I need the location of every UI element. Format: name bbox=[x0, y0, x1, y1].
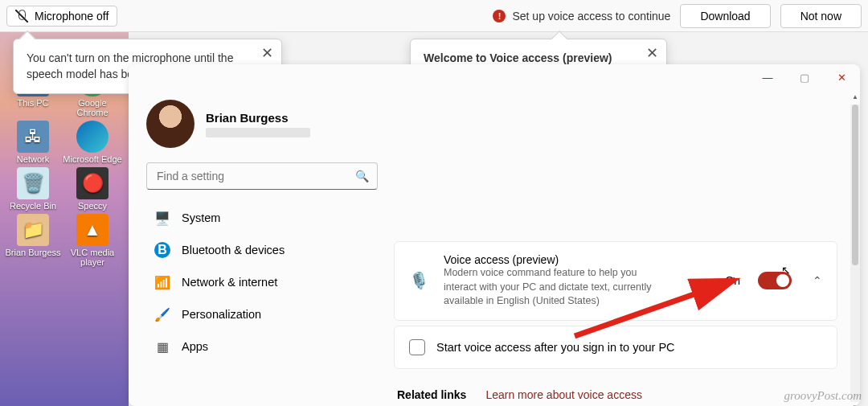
error-icon: ! bbox=[493, 10, 506, 23]
account-header[interactable]: Brian Burgess bbox=[146, 100, 378, 148]
autostart-card[interactable]: Start voice access after you sign in to … bbox=[394, 326, 837, 369]
search-input[interactable] bbox=[155, 169, 355, 183]
mic-status-chip[interactable]: Microphone off bbox=[6, 6, 117, 27]
minimize-button[interactable]: — bbox=[749, 64, 786, 90]
desktop-icon-speccy[interactable]: 🔴Speccy bbox=[63, 167, 122, 211]
link-learn-more-voice-access[interactable]: Learn more about voice access bbox=[485, 388, 642, 401]
mic-status-label: Microphone off bbox=[35, 10, 108, 23]
sidebar-item-bluetooth-devices[interactable]: BBluetooth & devices bbox=[146, 235, 378, 265]
related-links-row: Related links Learn more about voice acc… bbox=[394, 377, 837, 407]
voice-access-toggle[interactable] bbox=[758, 272, 792, 289]
autostart-label: Start voice access after you sign in to … bbox=[436, 341, 675, 354]
banner-text: Set up voice access to continue bbox=[512, 10, 670, 23]
microphone-off-icon bbox=[15, 10, 28, 23]
related-links-label: Related links bbox=[397, 388, 466, 401]
account-email-redacted bbox=[206, 128, 310, 137]
close-window-button[interactable]: ✕ bbox=[823, 64, 860, 90]
close-icon[interactable]: ✕ bbox=[646, 46, 658, 60]
nav-icon: 🖌️ bbox=[154, 306, 170, 322]
voice-access-title: Voice access (preview) bbox=[444, 253, 710, 266]
nav-icon: 📶 bbox=[154, 274, 170, 290]
avatar bbox=[146, 100, 194, 148]
nav-label: Bluetooth & devices bbox=[182, 244, 285, 256]
nav-icon: ▦ bbox=[154, 338, 170, 355]
settings-sidebar: Brian Burgess 🔍 🖥️SystemBBluetooth & dev… bbox=[129, 92, 394, 406]
account-name: Brian Burgess bbox=[206, 111, 310, 125]
sidebar-item-system[interactable]: 🖥️System bbox=[146, 203, 378, 233]
toggle-state-label: On bbox=[725, 274, 740, 287]
voice-access-card[interactable]: 🎙️ Voice access (preview) Modern voice c… bbox=[394, 241, 837, 321]
search-box[interactable]: 🔍 bbox=[146, 162, 378, 190]
maximize-button[interactable]: ▢ bbox=[786, 64, 823, 90]
not-now-button[interactable]: Not now bbox=[780, 4, 862, 28]
chevron-up-icon[interactable]: ⌃ bbox=[813, 274, 822, 287]
voice-access-desc: Modern voice command feature to help you… bbox=[444, 266, 661, 309]
desktop-icon-vlc[interactable]: ▲VLC media player bbox=[63, 214, 122, 267]
window-controls: — ▢ ✕ bbox=[749, 64, 860, 90]
sidebar-item-network-internet[interactable]: 📶Network & internet bbox=[146, 267, 378, 297]
settings-nav: 🖥️SystemBBluetooth & devices📶Network & i… bbox=[146, 203, 378, 362]
close-icon[interactable]: ✕ bbox=[261, 46, 273, 60]
setup-banner: ! Set up voice access to continue bbox=[493, 10, 670, 23]
settings-window: — ▢ ✕ ▲ ▼ Brian Burgess 🔍 🖥️SystemBBluet… bbox=[129, 64, 860, 406]
search-icon: 🔍 bbox=[355, 170, 369, 182]
voice-access-topbar: Microphone off ! Set up voice access to … bbox=[0, 0, 868, 32]
settings-main-panel: 🎙️ Voice access (preview) Modern voice c… bbox=[394, 92, 860, 406]
nav-label: System bbox=[182, 211, 220, 224]
desktop-icon-network[interactable]: 🖧Network bbox=[3, 121, 63, 164]
nav-label: Apps bbox=[182, 340, 208, 353]
nav-icon: 🖥️ bbox=[154, 210, 170, 226]
autostart-checkbox[interactable] bbox=[409, 339, 425, 355]
nav-icon: B bbox=[154, 242, 170, 258]
voice-access-icon: 🎙️ bbox=[409, 271, 429, 290]
watermark: groovyPost.com bbox=[784, 389, 862, 403]
desktop-icon-user-folder[interactable]: 📁Brian Burgess bbox=[3, 214, 63, 267]
sidebar-item-apps[interactable]: ▦Apps bbox=[146, 331, 378, 362]
nav-label: Personalization bbox=[182, 308, 261, 321]
desktop-icon-recycle-bin[interactable]: 🗑️Recycle Bin bbox=[3, 167, 63, 211]
download-button[interactable]: Download bbox=[680, 4, 770, 28]
nav-label: Network & internet bbox=[182, 276, 277, 289]
desktop-icon-edge[interactable]: Microsoft Edge bbox=[63, 121, 122, 164]
sidebar-item-personalization[interactable]: 🖌️Personalization bbox=[146, 299, 378, 330]
